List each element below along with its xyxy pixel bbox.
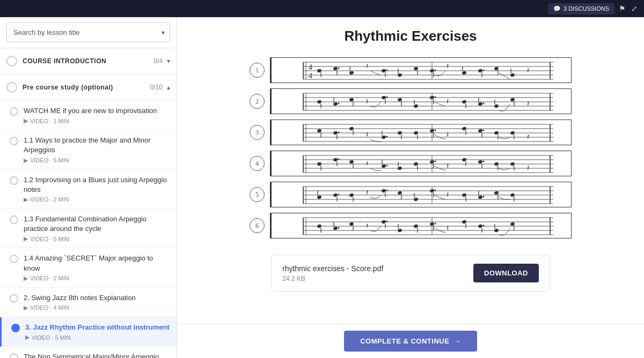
lesson-item-lesson-1-2[interactable]: 1.2 Improvising on a Blues just using Ar… — [0, 170, 177, 209]
svg-point-204 — [349, 222, 354, 226]
svg-point-137 — [413, 162, 418, 166]
lesson-info: 1.1 Ways to practice the Major and Minor… — [24, 136, 170, 163]
svg-text:𝄽: 𝄽 — [366, 99, 368, 104]
exercise-row-4: 4𝄽𝄽𝄽 — [250, 151, 572, 176]
svg-point-86 — [317, 129, 321, 133]
exercise-number-1: 1 — [250, 63, 265, 78]
lesson-item-lesson-watch[interactable]: WATCH ME if you are new to improvisation… — [0, 101, 177, 130]
lesson-title: 1.2 Improvising on a Blues just using Ar… — [24, 175, 170, 195]
svg-point-14 — [338, 68, 340, 69]
lesson-item-lesson-2[interactable]: 2. Swing Jazz 8th notes Explanation ▶ VI… — [0, 288, 177, 317]
section-circle-pre-course — [6, 82, 17, 93]
lesson-circle — [10, 353, 18, 358]
staff-line-4: 𝄽𝄽𝄽 — [270, 151, 572, 176]
svg-point-31 — [478, 69, 482, 73]
svg-point-164 — [333, 193, 338, 197]
svg-point-162 — [317, 195, 321, 199]
lesson-title: WATCH ME if you are new to improvisation — [24, 106, 170, 116]
svg-point-170 — [381, 189, 386, 193]
svg-point-141 — [435, 161, 436, 162]
svg-point-225 — [510, 222, 515, 226]
exercise-row-6: 6𝄽𝄽 — [250, 213, 572, 238]
lesson-duration: VIDEO · 5 MIN — [30, 157, 69, 163]
svg-point-53 — [349, 98, 354, 102]
svg-point-58 — [386, 96, 388, 98]
lessons-list: WATCH ME if you are new to improvisation… — [0, 101, 177, 358]
svg-point-18 — [381, 69, 386, 73]
svg-point-185 — [483, 196, 485, 198]
lesson-duration: VIDEO · 2 MIN — [30, 196, 69, 203]
file-info: rhythmic exercises - Score.pdf 24.2 KB — [282, 264, 383, 282]
svg-text:𝄽: 𝄽 — [527, 68, 529, 73]
sidebar: Search by lesson title ▾ COURSE INTRODUC… — [0, 17, 177, 358]
svg-text:4: 4 — [309, 72, 312, 80]
section-progress-course-intro: 0/4 — [153, 57, 163, 65]
svg-point-96 — [386, 136, 388, 138]
expand-icon[interactable]: ⤢ — [631, 4, 638, 13]
svg-point-216 — [435, 223, 436, 225]
lesson-meta: ▶ VIDEO · 5 MIN — [25, 334, 170, 341]
svg-point-110 — [494, 131, 499, 135]
svg-text:𝄽: 𝄽 — [366, 161, 368, 166]
staff-line-3: 𝄽𝄽𝄽 — [270, 120, 572, 145]
lesson-item-lesson-1-3[interactable]: 1.3 Fundamental Combination Arpeggio pra… — [0, 209, 177, 248]
lesson-circle — [11, 324, 20, 332]
lesson-title: 1.1 Ways to practice the Major and Minor… — [24, 136, 170, 155]
video-icon: ▶ — [24, 304, 28, 311]
lesson-item-lesson-3[interactable]: 3. Jazz Rhythm Practice without instrume… — [0, 317, 177, 347]
video-icon: ▶ — [24, 235, 28, 242]
download-button[interactable]: DOWNLOAD — [473, 264, 539, 282]
svg-point-33 — [483, 70, 485, 71]
svg-point-167 — [349, 193, 354, 197]
continue-label: COMPLETE & CONTINUE — [360, 337, 449, 345]
svg-point-107 — [478, 129, 482, 133]
video-icon: ▶ — [24, 117, 28, 124]
svg-point-71 — [483, 103, 485, 105]
lesson-meta: ▶ VIDEO · 5 MIN — [24, 157, 170, 164]
svg-point-97 — [397, 131, 402, 135]
svg-point-181 — [462, 193, 466, 197]
svg-point-59 — [397, 98, 402, 102]
video-icon: ▶ — [24, 157, 28, 164]
svg-point-67 — [462, 100, 466, 104]
search-input[interactable]: Search by lesson title — [6, 23, 170, 42]
continue-button[interactable]: COMPLETE & CONTINUE → — [344, 331, 477, 352]
lesson-title: 1.4 Amazing ´SECRET´ Major arpeggio to k… — [24, 253, 170, 273]
svg-point-128 — [338, 159, 340, 160]
svg-text:𝄽: 𝄽 — [527, 165, 529, 170]
search-wrapper: Search by lesson title ▾ — [6, 23, 170, 42]
svg-point-209 — [386, 221, 388, 222]
svg-point-27 — [435, 70, 436, 71]
section-course-introduction[interactable]: COURSE INTRODUCTION 0/4 ▾ — [0, 48, 177, 74]
exercise-number-2: 2 — [250, 94, 265, 109]
section-title-course-intro: COURSE INTRODUCTION — [23, 57, 153, 65]
svg-point-143 — [462, 158, 466, 162]
exercise-number-4: 4 — [250, 156, 265, 171]
lesson-meta: ▶ VIDEO · 5 MIN — [24, 235, 170, 242]
lesson-item-lesson-non-sym[interactable]: The Non Symmetrical Major/Minor Arpeggio… — [0, 347, 177, 358]
lesson-meta: ▶ VIDEO · 4 MIN — [24, 304, 170, 311]
lesson-info: 2. Swing Jazz 8th notes Explanation ▶ VI… — [24, 293, 170, 311]
download-section: rhythmic exercises - Score.pdf 24.2 KB D… — [271, 255, 550, 292]
svg-point-105 — [462, 126, 466, 131]
staff-line-6: 𝄽𝄽 — [270, 213, 572, 238]
lesson-item-lesson-1-4[interactable]: 1.4 Amazing ´SECRET´ Major arpeggio to k… — [0, 248, 177, 287]
lesson-duration: VIDEO · 5 MIN — [30, 236, 69, 242]
svg-point-134 — [386, 165, 388, 167]
svg-point-188 — [510, 193, 515, 197]
flag-icon[interactable]: ⚑ — [619, 4, 626, 13]
file-size: 24.2 KB — [282, 275, 383, 282]
lesson-item-lesson-1-1[interactable]: 1.1 Ways to practice the Major and Minor… — [0, 130, 177, 169]
lesson-duration: VIDEO · 2 MIN — [30, 275, 69, 281]
svg-point-15 — [349, 71, 354, 75]
lesson-info: 3. Jazz Rhythm Practice without instrume… — [25, 323, 170, 341]
staff-line-1: 44𝄽𝄽𝄽 — [270, 57, 572, 83]
svg-point-48 — [317, 100, 321, 104]
svg-point-223 — [494, 228, 499, 233]
discussions-button[interactable]: 💬 3 DISCUSSIONS — [548, 3, 614, 14]
page-title: Rhythmic Exercises — [199, 28, 623, 44]
section-pre-course[interactable]: Pre course study (optional) 0/10 ▴ — [0, 74, 177, 101]
lesson-circle — [10, 294, 18, 303]
discussions-label: 3 DISCUSSIONS — [564, 5, 609, 12]
lesson-info: WATCH ME if you are new to improvisation… — [24, 106, 170, 124]
